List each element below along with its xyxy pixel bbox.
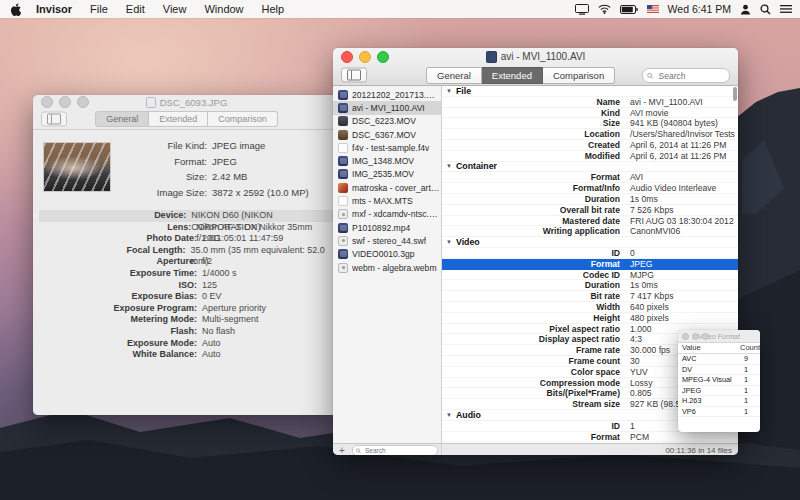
popup-row[interactable]: H.2631	[678, 396, 760, 407]
section-header-video[interactable]: ▼Video	[442, 237, 738, 248]
movie-blue-file-icon	[338, 223, 348, 233]
info-row: Exposure Program:Aperture priority	[39, 303, 334, 315]
main-window-titlebar[interactable]: avi - MVI_1100.AVI	[333, 48, 738, 65]
minimize-button[interactable]	[359, 51, 371, 63]
detail-row[interactable]: Size941 KB (940804 bytes)	[442, 118, 738, 129]
detail-row[interactable]: CreatedApril 6, 2014 at 11:26 PM	[442, 140, 738, 151]
main-tab-extended[interactable]: Extended	[482, 67, 543, 84]
sidebar-toggle-icon	[347, 70, 361, 81]
popup-row[interactable]: JPEG1	[678, 386, 760, 397]
zoom-button[interactable]	[377, 51, 389, 63]
file-list-item[interactable]: DSC_6223.MOV	[333, 115, 441, 128]
file-list-item[interactable]: mts - MAX.MTS	[333, 194, 441, 207]
detail-row[interactable]: Duration1s 0ms	[442, 280, 738, 291]
add-file-button[interactable]: +	[336, 446, 348, 456]
detail-row[interactable]: FormatPCM	[442, 432, 738, 443]
detail-value: 7 526 Kbps	[620, 205, 673, 215]
menu-item-help[interactable]: Help	[253, 0, 294, 18]
menu-clock[interactable]: Wed 6:41 PM	[668, 3, 731, 15]
bg-tab-comparison[interactable]: Comparison	[208, 111, 278, 127]
us-flag-icon[interactable]	[647, 5, 659, 13]
menu-bar-status-area: Wed 6:41 PM	[575, 3, 800, 15]
main-tab-general[interactable]: General	[426, 67, 482, 84]
file-list-item[interactable]: DSC_6367.MOV	[333, 128, 441, 141]
file-list-item[interactable]: VIDEO0010.3gp	[333, 248, 441, 261]
file-list-item[interactable]: avi - MVI_1100.AVI	[333, 101, 441, 114]
file-list-sidebar[interactable]: 20121202_201713.mp4avi - MVI_1100.AVIDSC…	[333, 86, 442, 443]
file-list-item[interactable]: mxf - xdcamdv-ntsc.mxf	[333, 208, 441, 221]
sidebar-search-input[interactable]	[363, 446, 434, 455]
close-button[interactable]	[341, 51, 353, 63]
notification-center-icon[interactable]	[780, 4, 792, 14]
user-icon[interactable]	[740, 4, 751, 15]
detail-row[interactable]: Writing applicationCanonMVI06	[442, 226, 738, 237]
section-header-file[interactable]: ▼File	[442, 86, 738, 97]
bg-tab-extended[interactable]: Extended	[149, 111, 208, 127]
detail-row[interactable]: Nameavi - MVI_1100.AVI	[442, 97, 738, 108]
file-list-item[interactable]: matroska - cover_art.mkv	[333, 181, 441, 194]
file-list-item[interactable]: swf - stereo_44.swf	[333, 234, 441, 247]
menu-item-window[interactable]: Window	[195, 0, 252, 18]
popup-row[interactable]: DV1	[678, 365, 760, 376]
detail-row[interactable]: Duration1s 0ms	[442, 194, 738, 205]
detail-row[interactable]: Codec IDMJPG	[442, 270, 738, 281]
detail-label: Format	[442, 172, 620, 182]
file-list-item[interactable]: IMG_1348.MOV	[333, 154, 441, 167]
detail-row[interactable]: Mastered dateFRI AUG 03 18:30:04 2012	[442, 216, 738, 227]
popup-titlebar[interactable]: Video Format	[678, 330, 760, 343]
menu-item-invisor[interactable]: Invisor	[27, 0, 81, 18]
battery-icon[interactable]	[620, 5, 638, 14]
menu-item-file[interactable]: File	[81, 0, 117, 18]
file-list-item[interactable]: 20121202_201713.mp4	[333, 88, 441, 101]
detail-label: Created	[442, 140, 620, 150]
close-button[interactable]	[682, 333, 689, 340]
detail-row[interactable]: Format/InfoAudio Video Interleave	[442, 183, 738, 194]
value-column-header[interactable]: Value	[678, 343, 740, 353]
info-label: White Balance:	[39, 349, 197, 361]
apple-menu-icon[interactable]	[10, 3, 21, 16]
main-tab-comparison[interactable]: Comparison	[543, 67, 615, 84]
popup-row[interactable]: MPEG-4 Visual1	[678, 375, 760, 386]
zoom-button[interactable]	[77, 96, 89, 108]
minimize-button[interactable]	[692, 333, 699, 340]
wifi-icon[interactable]	[598, 4, 611, 14]
detail-row[interactable]: Bit rate7 417 Kbps	[442, 291, 738, 302]
scrollbar-thumb[interactable]	[733, 87, 737, 101]
exif-info: Device:NIKON D60 (NIKON CORPORATION)Lens…	[39, 210, 334, 361]
zoom-button[interactable]	[702, 333, 709, 340]
count-column-header[interactable]: Count	[740, 343, 760, 353]
bg-tab-general[interactable]: General	[95, 111, 149, 127]
popup-row[interactable]: VP61	[678, 407, 760, 418]
detail-row[interactable]: FormatJPEG	[442, 259, 738, 270]
detail-row[interactable]: Overall bit rate7 526 Kbps	[442, 205, 738, 216]
sidebar-toggle-button[interactable]	[41, 112, 67, 127]
spotlight-search-icon[interactable]	[760, 4, 771, 15]
toolbar-search-field[interactable]	[642, 68, 730, 83]
display-icon[interactable]	[575, 4, 589, 15]
background-window[interactable]: DSC_6093.JPG GeneralExtendedComparison F…	[33, 95, 340, 415]
section-header-container[interactable]: ▼Container	[442, 162, 738, 173]
file-list-item[interactable]: IMG_2535.MOV	[333, 168, 441, 181]
close-button[interactable]	[41, 96, 53, 108]
file-list-item[interactable]: P1010892.mp4	[333, 221, 441, 234]
sidebar-toggle-button[interactable]	[341, 68, 367, 83]
video-format-popup[interactable]: Video Format Value Count AVC9DV1MPEG-4 V…	[678, 330, 760, 432]
menu-item-edit[interactable]: Edit	[117, 0, 154, 18]
file-list-item[interactable]: f4v - test-sample.f4v	[333, 141, 441, 154]
detail-row[interactable]: FormatAVI	[442, 172, 738, 183]
menu-item-view[interactable]: View	[154, 0, 196, 18]
sidebar-search-field[interactable]	[352, 445, 438, 455]
movie-gray-file-icon	[338, 236, 348, 246]
menu-bar: InvisorFileEditViewWindowHelp Wed 6:41 P…	[0, 0, 800, 18]
detail-row[interactable]: KindAVI movie	[442, 108, 738, 119]
detail-row[interactable]: Height480 pixels	[442, 313, 738, 324]
popup-row[interactable]: AVC9	[678, 354, 760, 365]
bg-window-titlebar[interactable]: DSC_6093.JPG	[33, 95, 340, 109]
file-list-item[interactable]: webm - algebra.webm	[333, 261, 441, 274]
detail-row[interactable]: ModifiedApril 6, 2014 at 11:26 PM	[442, 151, 738, 162]
search-input[interactable]	[657, 70, 725, 82]
minimize-button[interactable]	[59, 96, 71, 108]
detail-row[interactable]: Location/Users/Shared/Invisor Tests	[442, 129, 738, 140]
detail-row[interactable]: ID0	[442, 248, 738, 259]
detail-row[interactable]: Width640 pixels	[442, 302, 738, 313]
